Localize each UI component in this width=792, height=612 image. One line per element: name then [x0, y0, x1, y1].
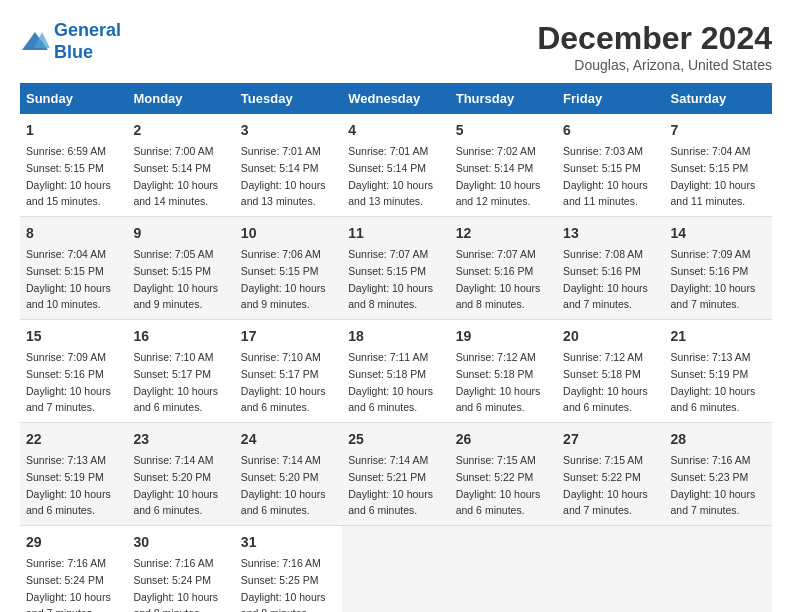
day-number: 27	[563, 429, 658, 450]
header-tuesday: Tuesday	[235, 83, 342, 114]
calendar-cell: 22Sunrise: 7:13 AMSunset: 5:19 PMDayligh…	[20, 423, 127, 526]
day-number: 20	[563, 326, 658, 347]
calendar-cell: 12Sunrise: 7:07 AMSunset: 5:16 PMDayligh…	[450, 217, 557, 320]
day-number: 11	[348, 223, 443, 244]
day-info: Sunrise: 7:08 AMSunset: 5:16 PMDaylight:…	[563, 248, 648, 310]
day-info: Sunrise: 7:02 AMSunset: 5:14 PMDaylight:…	[456, 145, 541, 207]
day-info: Sunrise: 7:12 AMSunset: 5:18 PMDaylight:…	[456, 351, 541, 413]
calendar-week-2: 8Sunrise: 7:04 AMSunset: 5:15 PMDaylight…	[20, 217, 772, 320]
calendar-cell: 28Sunrise: 7:16 AMSunset: 5:23 PMDayligh…	[665, 423, 772, 526]
calendar-cell: 17Sunrise: 7:10 AMSunset: 5:17 PMDayligh…	[235, 320, 342, 423]
header-saturday: Saturday	[665, 83, 772, 114]
day-info: Sunrise: 7:13 AMSunset: 5:19 PMDaylight:…	[671, 351, 756, 413]
day-number: 25	[348, 429, 443, 450]
header-sunday: Sunday	[20, 83, 127, 114]
calendar-cell: 11Sunrise: 7:07 AMSunset: 5:15 PMDayligh…	[342, 217, 449, 320]
calendar-cell	[557, 526, 664, 613]
logo-blue: Blue	[54, 42, 121, 64]
day-info: Sunrise: 7:05 AMSunset: 5:15 PMDaylight:…	[133, 248, 218, 310]
calendar-cell: 2Sunrise: 7:00 AMSunset: 5:14 PMDaylight…	[127, 114, 234, 217]
month-title: December 2024	[537, 20, 772, 57]
calendar-cell: 6Sunrise: 7:03 AMSunset: 5:15 PMDaylight…	[557, 114, 664, 217]
day-info: Sunrise: 7:00 AMSunset: 5:14 PMDaylight:…	[133, 145, 218, 207]
header-wednesday: Wednesday	[342, 83, 449, 114]
day-info: Sunrise: 7:06 AMSunset: 5:15 PMDaylight:…	[241, 248, 326, 310]
day-info: Sunrise: 6:59 AMSunset: 5:15 PMDaylight:…	[26, 145, 111, 207]
day-number: 2	[133, 120, 228, 141]
calendar-cell: 8Sunrise: 7:04 AMSunset: 5:15 PMDaylight…	[20, 217, 127, 320]
calendar-cell: 13Sunrise: 7:08 AMSunset: 5:16 PMDayligh…	[557, 217, 664, 320]
logo: General Blue	[20, 20, 121, 63]
calendar-cell: 7Sunrise: 7:04 AMSunset: 5:15 PMDaylight…	[665, 114, 772, 217]
calendar-cell: 14Sunrise: 7:09 AMSunset: 5:16 PMDayligh…	[665, 217, 772, 320]
calendar-week-1: 1Sunrise: 6:59 AMSunset: 5:15 PMDaylight…	[20, 114, 772, 217]
day-number: 7	[671, 120, 766, 141]
day-number: 31	[241, 532, 336, 553]
calendar-cell: 29Sunrise: 7:16 AMSunset: 5:24 PMDayligh…	[20, 526, 127, 613]
day-info: Sunrise: 7:10 AMSunset: 5:17 PMDaylight:…	[133, 351, 218, 413]
calendar-cell: 25Sunrise: 7:14 AMSunset: 5:21 PMDayligh…	[342, 423, 449, 526]
day-info: Sunrise: 7:01 AMSunset: 5:14 PMDaylight:…	[348, 145, 433, 207]
day-info: Sunrise: 7:01 AMSunset: 5:14 PMDaylight:…	[241, 145, 326, 207]
day-info: Sunrise: 7:12 AMSunset: 5:18 PMDaylight:…	[563, 351, 648, 413]
calendar-cell	[450, 526, 557, 613]
day-info: Sunrise: 7:10 AMSunset: 5:17 PMDaylight:…	[241, 351, 326, 413]
page-container: General Blue December 2024 Douglas, Ariz…	[20, 20, 772, 612]
calendar-cell: 1Sunrise: 6:59 AMSunset: 5:15 PMDaylight…	[20, 114, 127, 217]
day-info: Sunrise: 7:14 AMSunset: 5:21 PMDaylight:…	[348, 454, 433, 516]
day-number: 19	[456, 326, 551, 347]
day-number: 15	[26, 326, 121, 347]
day-number: 14	[671, 223, 766, 244]
logo-icon	[20, 30, 50, 54]
logo-general: General	[54, 20, 121, 40]
day-info: Sunrise: 7:07 AMSunset: 5:15 PMDaylight:…	[348, 248, 433, 310]
calendar-cell: 21Sunrise: 7:13 AMSunset: 5:19 PMDayligh…	[665, 320, 772, 423]
day-number: 26	[456, 429, 551, 450]
day-number: 10	[241, 223, 336, 244]
day-number: 6	[563, 120, 658, 141]
day-number: 18	[348, 326, 443, 347]
day-number: 12	[456, 223, 551, 244]
header-friday: Friday	[557, 83, 664, 114]
day-info: Sunrise: 7:16 AMSunset: 5:24 PMDaylight:…	[26, 557, 111, 612]
day-info: Sunrise: 7:09 AMSunset: 5:16 PMDaylight:…	[26, 351, 111, 413]
calendar-cell: 16Sunrise: 7:10 AMSunset: 5:17 PMDayligh…	[127, 320, 234, 423]
calendar-cell: 31Sunrise: 7:16 AMSunset: 5:25 PMDayligh…	[235, 526, 342, 613]
calendar-week-4: 22Sunrise: 7:13 AMSunset: 5:19 PMDayligh…	[20, 423, 772, 526]
day-number: 22	[26, 429, 121, 450]
calendar-cell: 5Sunrise: 7:02 AMSunset: 5:14 PMDaylight…	[450, 114, 557, 217]
day-info: Sunrise: 7:16 AMSunset: 5:25 PMDaylight:…	[241, 557, 326, 612]
day-number: 16	[133, 326, 228, 347]
day-info: Sunrise: 7:15 AMSunset: 5:22 PMDaylight:…	[456, 454, 541, 516]
calendar-cell: 27Sunrise: 7:15 AMSunset: 5:22 PMDayligh…	[557, 423, 664, 526]
day-info: Sunrise: 7:15 AMSunset: 5:22 PMDaylight:…	[563, 454, 648, 516]
calendar-cell: 9Sunrise: 7:05 AMSunset: 5:15 PMDaylight…	[127, 217, 234, 320]
calendar-cell: 3Sunrise: 7:01 AMSunset: 5:14 PMDaylight…	[235, 114, 342, 217]
day-number: 1	[26, 120, 121, 141]
logo-text: General Blue	[54, 20, 121, 63]
calendar-cell: 26Sunrise: 7:15 AMSunset: 5:22 PMDayligh…	[450, 423, 557, 526]
calendar-cell: 30Sunrise: 7:16 AMSunset: 5:24 PMDayligh…	[127, 526, 234, 613]
day-number: 5	[456, 120, 551, 141]
day-info: Sunrise: 7:03 AMSunset: 5:15 PMDaylight:…	[563, 145, 648, 207]
calendar-cell: 18Sunrise: 7:11 AMSunset: 5:18 PMDayligh…	[342, 320, 449, 423]
header-monday: Monday	[127, 83, 234, 114]
day-info: Sunrise: 7:07 AMSunset: 5:16 PMDaylight:…	[456, 248, 541, 310]
weekday-header-row: Sunday Monday Tuesday Wednesday Thursday…	[20, 83, 772, 114]
day-number: 29	[26, 532, 121, 553]
calendar-cell: 4Sunrise: 7:01 AMSunset: 5:14 PMDaylight…	[342, 114, 449, 217]
location: Douglas, Arizona, United States	[537, 57, 772, 73]
calendar-cell: 15Sunrise: 7:09 AMSunset: 5:16 PMDayligh…	[20, 320, 127, 423]
day-number: 9	[133, 223, 228, 244]
day-number: 3	[241, 120, 336, 141]
calendar-week-3: 15Sunrise: 7:09 AMSunset: 5:16 PMDayligh…	[20, 320, 772, 423]
calendar-table: Sunday Monday Tuesday Wednesday Thursday…	[20, 83, 772, 612]
header-thursday: Thursday	[450, 83, 557, 114]
calendar-cell	[665, 526, 772, 613]
day-info: Sunrise: 7:04 AMSunset: 5:15 PMDaylight:…	[26, 248, 111, 310]
calendar-week-5: 29Sunrise: 7:16 AMSunset: 5:24 PMDayligh…	[20, 526, 772, 613]
calendar-cell: 24Sunrise: 7:14 AMSunset: 5:20 PMDayligh…	[235, 423, 342, 526]
calendar-cell: 20Sunrise: 7:12 AMSunset: 5:18 PMDayligh…	[557, 320, 664, 423]
day-info: Sunrise: 7:16 AMSunset: 5:23 PMDaylight:…	[671, 454, 756, 516]
day-number: 13	[563, 223, 658, 244]
